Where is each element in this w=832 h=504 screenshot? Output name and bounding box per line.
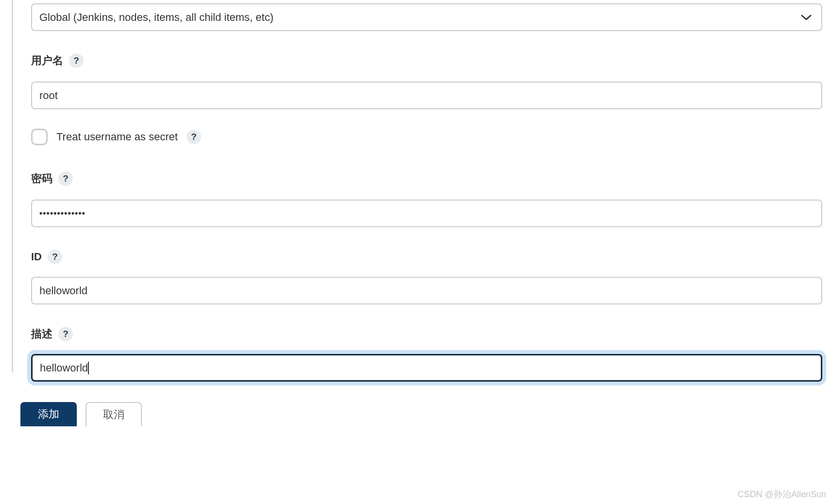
username-field-group: 用户名 ? — [31, 53, 822, 109]
id-input[interactable] — [31, 277, 822, 304]
treat-secret-row: Treat username as secret ? — [31, 129, 822, 145]
description-value: helloworld — [40, 362, 88, 374]
treat-secret-label: Treat username as secret — [56, 131, 178, 143]
treat-secret-checkbox[interactable] — [31, 129, 48, 145]
password-label-row: 密码 ? — [31, 171, 822, 186]
password-input[interactable]: ••••••••••••• — [31, 200, 822, 227]
form-side-border — [12, 0, 13, 372]
id-label-row: ID ? — [31, 250, 822, 264]
username-label-row: 用户名 ? — [31, 53, 822, 68]
help-icon[interactable]: ? — [187, 130, 201, 144]
help-icon[interactable]: ? — [69, 53, 84, 68]
add-button[interactable]: 添加 — [20, 402, 77, 426]
scope-selected-value: Global (Jenkins, nodes, items, all child… — [39, 11, 274, 24]
description-label: 描述 — [31, 327, 52, 341]
password-label: 密码 — [31, 171, 52, 186]
help-icon[interactable]: ? — [58, 171, 73, 186]
description-input[interactable]: helloworld — [31, 354, 822, 382]
scope-select[interactable]: Global (Jenkins, nodes, items, all child… — [31, 3, 822, 31]
credentials-form: Global (Jenkins, nodes, items, all child… — [31, 0, 832, 382]
cancel-button[interactable]: 取消 — [86, 402, 142, 426]
help-icon[interactable]: ? — [58, 327, 73, 341]
id-label: ID — [31, 251, 42, 263]
button-row: 添加 取消 — [12, 402, 832, 426]
scope-select-wrapper: Global (Jenkins, nodes, items, all child… — [31, 3, 822, 31]
id-field-group: ID ? — [31, 250, 822, 304]
help-icon[interactable]: ? — [48, 250, 62, 264]
description-field-group: 描述 ? helloworld — [31, 327, 822, 382]
password-field-group: 密码 ? ••••••••••••• — [31, 171, 822, 227]
description-label-row: 描述 ? — [31, 327, 822, 341]
username-input[interactable] — [31, 82, 822, 109]
text-cursor — [88, 362, 89, 374]
username-label: 用户名 — [31, 53, 63, 68]
scope-field-group: Global (Jenkins, nodes, items, all child… — [31, 3, 822, 31]
password-masked-value: ••••••••••••• — [39, 208, 86, 218]
